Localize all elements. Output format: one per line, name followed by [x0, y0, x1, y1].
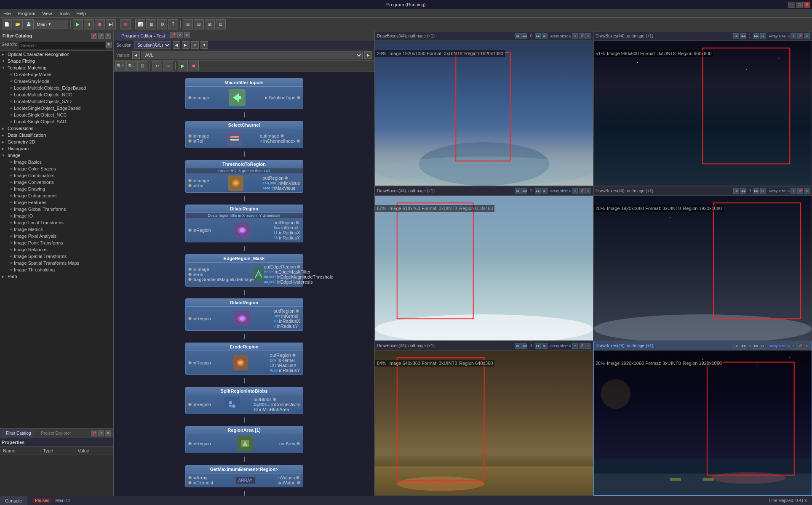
sidebar-item-image-spatial-maps[interactable]: ◆ Image Spatial Transforms Maps	[0, 260, 113, 266]
settings-button[interactable]: ⚙	[157, 19, 167, 29]
sidebar-item-locate-single-edge[interactable]: ◆ LocateSingleObject_EdgeBased	[0, 105, 113, 112]
record-button[interactable]: ⏺	[120, 19, 131, 29]
main-dropdown[interactable]: Main ▾	[35, 20, 68, 29]
stop-button[interactable]: ⏹	[95, 19, 105, 29]
view-1-canvas[interactable]: 51% Image 960x600 Format: 3xUINT8 Region…	[594, 41, 812, 186]
sidebar-item-locate-single-ncc[interactable]: ◆ LocateSingleObject_NCC	[0, 112, 113, 118]
layout-btn-2[interactable]: ⊟	[194, 19, 204, 29]
variant-select[interactable]: AVL	[142, 51, 363, 59]
view-2-prev[interactable]: ⏮	[515, 188, 521, 194]
sidebar-item-path[interactable]: ▶ Path	[0, 273, 113, 280]
sidebar-item-image-drawing[interactable]: ◆ Image Drawing	[0, 186, 113, 192]
sidebar-item-image-basics[interactable]: ◆ Image Basics	[0, 159, 113, 165]
menu-view[interactable]: View	[39, 9, 56, 17]
open-button[interactable]: 📂	[13, 19, 23, 29]
view-1-settings[interactable]: ≡	[791, 33, 796, 39]
view-4-next[interactable]: ⏭	[542, 343, 548, 349]
node-dilate-region-2[interactable]: DilateRegion inRegion	[185, 298, 303, 331]
node-erode-region[interactable]: ErodeRegion inRegion	[185, 343, 303, 375]
sidebar-item-image-features[interactable]: ◆ Image Features	[0, 199, 113, 206]
menu-help[interactable]: Help	[73, 9, 89, 17]
view-0-close[interactable]: ✕	[585, 33, 591, 39]
sidebar-item-ocr[interactable]: ▶ Optical Character Recognition	[0, 51, 113, 58]
sidebar-item-locate-multiple-sad[interactable]: ◆ LocateMultipleObjects_SAD	[0, 98, 113, 105]
sidebar-item-create-edge-model[interactable]: ◆ CreateEdgeModel	[0, 71, 113, 78]
sidebar-item-image-metrics[interactable]: ◆ Image Metrics	[0, 226, 113, 233]
view-1-pin[interactable]: 📌	[797, 33, 803, 39]
solution-menu[interactable]: ▼	[200, 41, 208, 49]
float-icon[interactable]: ↗	[98, 33, 104, 39]
sidebar-item-template[interactable]: ▼ Template Matching	[0, 64, 113, 71]
editor-zoom-out[interactable]: 🔍-	[126, 61, 136, 71]
view-2-canvas[interactable]: 67% Image 618x463 Format: 3xUINT8 Region…	[375, 196, 593, 340]
help-button[interactable]: ?	[168, 19, 178, 29]
sidebar-item-locate-multiple-edge[interactable]: ◆ LocateMultipleObjects_EdgeBased	[0, 85, 113, 91]
editor-zoom-in[interactable]: 🔍+	[115, 61, 126, 71]
editor-tab-test[interactable]: Program Editor - Test	[116, 32, 171, 39]
console-tab[interactable]: Console	[0, 496, 27, 505]
editor-float-icon[interactable]: ↗	[177, 32, 183, 38]
view-3-prev[interactable]: ⏮	[733, 188, 739, 194]
sidebar-item-data-class[interactable]: ▶ Data Classification	[0, 132, 113, 138]
view-2-close[interactable]: ✕	[585, 188, 591, 194]
close-button[interactable]: ✕	[804, 2, 810, 8]
view-2-next[interactable]: ⏭	[542, 188, 548, 194]
view-3-rewind[interactable]: ◀◀	[740, 188, 746, 194]
menu-file[interactable]: File	[0, 9, 14, 17]
sidebar-item-locate-multiple-ncc[interactable]: ◆ LocateMultipleObjects_NCC	[0, 91, 113, 98]
view-3-forward[interactable]: ▶▶	[753, 188, 759, 194]
view-3-settings[interactable]: ≡	[791, 188, 796, 194]
editor-fit[interactable]: ⊡	[137, 61, 147, 71]
view-5-pin[interactable]: 📌	[797, 343, 803, 349]
sidebar-item-image-local[interactable]: ◆ Image Local Transforms	[0, 219, 113, 226]
view-3-pin[interactable]: 📌	[797, 188, 803, 194]
view-0-settings[interactable]: ≡	[572, 33, 578, 39]
sidebar-item-shape[interactable]: ▼ Shape Fitting	[0, 58, 113, 64]
editor-undo[interactable]: ↩	[152, 61, 162, 71]
variant-nav-left[interactable]: ◀	[132, 51, 140, 59]
sidebar-item-conversions[interactable]: ▶ Conversions	[0, 125, 113, 132]
view-4-forward[interactable]: ▶▶	[535, 343, 541, 349]
view-2-pin[interactable]: 📌	[579, 188, 585, 194]
view-2-forward[interactable]: ▶▶	[535, 188, 541, 194]
view-1-rewind[interactable]: ◀◀	[740, 33, 746, 39]
grid-button[interactable]: ▦	[146, 19, 156, 29]
props-float-icon[interactable]: ↗	[98, 431, 104, 436]
sidebar-item-image-enhancement[interactable]: ◆ Image Enhancement	[0, 192, 113, 199]
editor-pin-icon[interactable]: 📌	[171, 32, 176, 38]
editor-scroll[interactable]: Macrofilter Inputs inImage	[114, 72, 374, 496]
sidebar-item-image-point[interactable]: ◆ Image Point Transforms	[0, 239, 113, 246]
view-4-prev[interactable]: ⏮	[515, 343, 521, 349]
sidebar-item-image-thresh[interactable]: ◆ Image Thresholding	[0, 266, 113, 273]
solution-nav-right[interactable]: ▶	[182, 41, 190, 49]
view-3-next[interactable]: ⏭	[760, 188, 766, 194]
sidebar-item-image-io[interactable]: ◆ Image IO	[0, 213, 113, 219]
solution-select[interactable]: Solution(AVL)	[134, 41, 171, 49]
save-button[interactable]: 💾	[24, 19, 34, 29]
view-0-rewind[interactable]: ◀◀	[521, 33, 527, 39]
view-4-canvas[interactable]: 84% Image 640x360 Format: 3xUINT8 Region…	[375, 351, 593, 495]
view-5-rewind[interactable]: ◀◀	[740, 343, 746, 349]
editor-canvas[interactable]: Macrofilter Inputs inImage	[114, 72, 374, 496]
editor-run[interactable]: ▶	[178, 61, 188, 71]
sidebar-item-geometry[interactable]: ▶ Geometry 2D	[0, 138, 113, 145]
view-4-pin[interactable]: 📌	[579, 343, 585, 349]
minimize-button[interactable]: —	[788, 2, 795, 8]
sidebar-item-image[interactable]: ▼ Image	[0, 152, 113, 159]
project-explorer-tab[interactable]: Project Explorer	[37, 430, 74, 436]
view-0-forward[interactable]: ▶▶	[535, 33, 541, 39]
maximize-button[interactable]: □	[796, 2, 803, 8]
view-2-settings[interactable]: ≡	[572, 188, 578, 194]
play-button[interactable]: ▶	[73, 19, 83, 29]
sidebar-item-create-gray-model[interactable]: ◆ CreateGrayModel	[0, 78, 113, 85]
view-0-next[interactable]: ⏭	[542, 33, 548, 39]
node-threshold-region[interactable]: ThresholdToRegion Create ROI & greater t…	[185, 160, 303, 193]
view-3-close[interactable]: ✕	[804, 188, 810, 194]
chart-button[interactable]: 📊	[135, 19, 145, 29]
editor-redo[interactable]: ↪	[163, 61, 173, 71]
solution-nav-left[interactable]: ◀	[173, 41, 180, 49]
view-4-close[interactable]: ✕	[585, 343, 591, 349]
sidebar-item-histogram[interactable]: ▶ Histogram	[0, 145, 113, 152]
node-get-max-element[interactable]: GetMaximumElement<Region> inArray inElem…	[185, 465, 303, 487]
sidebar-item-image-relations[interactable]: ◆ Image Relations	[0, 246, 113, 253]
